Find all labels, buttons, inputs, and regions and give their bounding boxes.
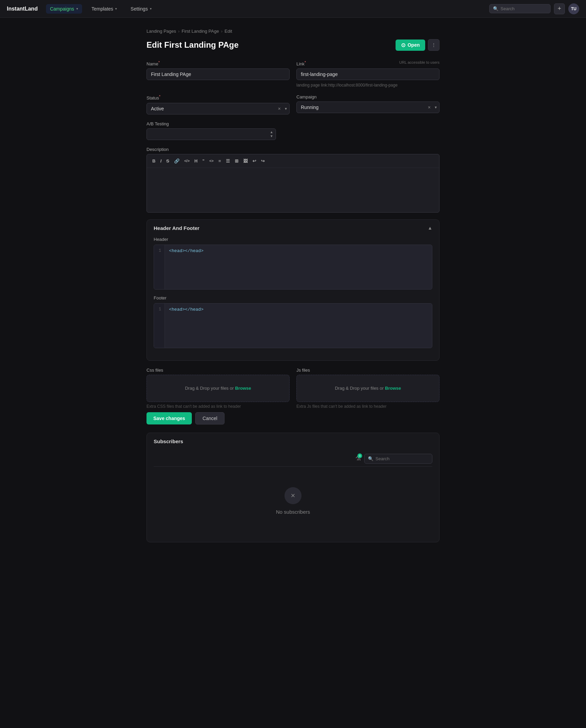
nav-settings-label: Settings	[130, 6, 148, 12]
redo-button[interactable]: ↪	[259, 157, 267, 165]
no-subscribers-text: No subscribers	[276, 509, 310, 515]
code-block-button[interactable]: <>	[207, 157, 216, 164]
ab-input-wrapper: ▲ ▼	[146, 128, 276, 140]
footer-code-editor[interactable]: 1 <head></head>	[154, 303, 432, 348]
header-code-content[interactable]: <head></head>	[165, 245, 432, 289]
url-note: URL accessible to users	[399, 60, 440, 64]
ab-label: A/B Testing	[146, 121, 276, 126]
subscribers-controls: ⚗ 0 🔍	[154, 450, 432, 466]
status-label: Status*	[146, 94, 290, 100]
files-row: Css files Drag & Drop your files or Brow…	[146, 368, 440, 409]
js-browse-link[interactable]: Browse	[385, 386, 401, 391]
code-inline-button[interactable]: </>	[182, 157, 192, 164]
strikethrough-button[interactable]: S	[164, 157, 171, 165]
link-label: Link* URL accessible to users	[296, 60, 440, 66]
open-button[interactable]: ⊙ Open	[396, 40, 425, 51]
campaign-clear-icon[interactable]: ×	[428, 105, 431, 110]
nav-item-templates[interactable]: Templates ▾	[88, 4, 121, 14]
breadcrumb-sep: ›	[178, 29, 180, 34]
header-footer-body: Header 1 <head></head> Footer 1 <head>	[147, 236, 439, 360]
link-hint: landing page link:http://localhost:8000/…	[296, 83, 440, 88]
table-button[interactable]: ⊞	[233, 157, 241, 165]
link-button[interactable]: 🔗	[172, 157, 182, 165]
breadcrumb-sep: ›	[221, 29, 222, 34]
css-drop-zone[interactable]: Drag & Drop your files or Browse	[146, 375, 290, 402]
status-group: Status* Active Inactive × ▾	[146, 94, 290, 114]
ab-decrement-button[interactable]: ▼	[270, 135, 273, 138]
subscribers-search-input[interactable]	[375, 456, 429, 461]
subscribers-search-bar[interactable]: 🔍	[364, 454, 432, 464]
add-button[interactable]: +	[554, 3, 565, 14]
description-label: Description	[146, 147, 440, 152]
footer-editor-label-wrapper: Footer	[154, 295, 432, 300]
image-button[interactable]: 🖼	[241, 157, 250, 165]
filter-badge: 0	[357, 453, 362, 458]
header-editor-label-wrapper: Header	[154, 236, 432, 242]
css-files-group: Css files Drag & Drop your files or Brow…	[146, 368, 290, 409]
name-group: Name*	[146, 60, 290, 88]
search-icon: 🔍	[368, 456, 373, 461]
bold-button[interactable]: B	[150, 157, 157, 165]
search-bar[interactable]: 🔍	[489, 4, 551, 13]
name-input[interactable]	[146, 68, 290, 80]
js-drop-text: Drag & Drop your files or	[335, 386, 384, 391]
link-input[interactable]	[296, 68, 440, 80]
ab-input[interactable]	[146, 128, 276, 140]
more-options-button[interactable]: ⋮	[428, 39, 440, 51]
header-actions: ⊙ Open ⋮	[396, 39, 440, 51]
js-drop-zone[interactable]: Drag & Drop your files or Browse	[296, 375, 440, 402]
breadcrumb: Landing Pages › First Landing PAge › Edi…	[146, 29, 440, 34]
editor-toolbar: B I S 🔗 </> H " <> ≡ ☰ ⊞ 🖼 ↩ ↪	[147, 154, 439, 168]
campaign-label: Campaign	[296, 94, 440, 99]
css-browse-link[interactable]: Browse	[235, 386, 251, 391]
brand-logo: InstantLand	[7, 6, 38, 12]
status-clear-icon[interactable]: ×	[278, 106, 281, 111]
js-files-group: Js files Drag & Drop your files or Brows…	[296, 368, 440, 409]
save-changes-button[interactable]: Save changes	[146, 412, 192, 424]
page-content: Landing Pages › First Landing PAge › Edi…	[140, 18, 446, 570]
filter-button[interactable]: ⚗ 0	[355, 455, 361, 462]
nav-templates-label: Templates	[92, 6, 113, 12]
name-label: Name*	[146, 60, 290, 66]
breadcrumb-first-landing-page[interactable]: First Landing PAge	[182, 29, 219, 34]
link-group: Link* URL accessible to users landing pa…	[296, 60, 440, 88]
status-select[interactable]: Active Inactive	[146, 103, 290, 114]
campaign-select[interactable]: Running Paused	[296, 102, 440, 113]
subscribers-body: ⚗ 0 🔍 × No subscribers	[147, 450, 439, 542]
description-editor-body[interactable]	[147, 168, 439, 212]
ordered-list-button[interactable]: ☰	[224, 157, 232, 165]
page-header: Edit First Landing PAge ⊙ Open ⋮	[146, 39, 440, 51]
search-input[interactable]	[500, 6, 547, 11]
css-files-label: Css files	[146, 368, 290, 373]
header-footer-toggle[interactable]: Header And Footer ▲	[147, 220, 439, 236]
italic-button[interactable]: I	[158, 157, 164, 165]
campaign-select-wrapper: Running Paused × ▾	[296, 102, 440, 113]
nav-item-campaigns[interactable]: Campaigns ▾	[46, 4, 82, 14]
footer-label: Footer	[154, 295, 167, 300]
chevron-down-icon: ▾	[150, 7, 152, 11]
no-subscribers-icon: ×	[284, 487, 302, 504]
footer-code-content[interactable]: <head></head>	[165, 304, 432, 348]
breadcrumb-landing-pages[interactable]: Landing Pages	[146, 29, 176, 34]
avatar[interactable]: TU	[568, 3, 579, 14]
chevron-up-icon: ▲	[428, 225, 432, 231]
ab-spinner: ▲ ▼	[270, 130, 273, 138]
undo-button[interactable]: ↩	[250, 157, 258, 165]
navbar-right: 🔍 + TU	[489, 3, 579, 14]
js-files-label: Js files	[296, 368, 440, 373]
campaign-group: Campaign Running Paused × ▾	[296, 94, 440, 114]
header-code-editor[interactable]: 1 <head></head>	[154, 245, 432, 290]
search-icon: 🔍	[493, 6, 498, 11]
nav-item-settings[interactable]: Settings ▾	[126, 4, 156, 14]
heading-button[interactable]: H	[192, 157, 200, 165]
css-drop-text: Drag & Drop your files or	[185, 386, 234, 391]
breadcrumb-current: Edit	[225, 29, 232, 34]
page-title: Edit First Landing PAge	[146, 40, 238, 50]
blockquote-button[interactable]: "	[200, 157, 206, 165]
name-link-row: Name* Link* URL accessible to users land…	[146, 60, 440, 88]
header-line-numbers: 1	[154, 245, 165, 289]
header-label: Header	[154, 237, 168, 242]
bullet-list-button[interactable]: ≡	[216, 157, 223, 165]
cancel-button[interactable]: Cancel	[195, 412, 225, 424]
ab-increment-button[interactable]: ▲	[270, 130, 273, 134]
